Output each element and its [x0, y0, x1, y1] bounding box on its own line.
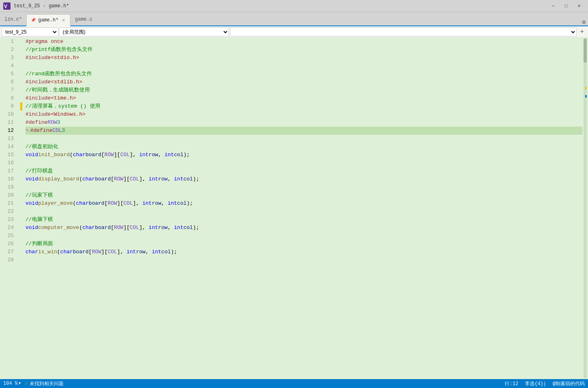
zoom-dropdown-icon[interactable]: ▼ — [19, 382, 21, 386]
toolbar: test_9_25 (全局范围) + — [0, 26, 588, 38]
code-line-13[interactable] — [25, 135, 582, 143]
status-bar: 104 % ▼ ✔ 未找到相关问题 行:12 李选{4}| @制素蒻的代码 — [0, 379, 588, 388]
status-ok: ✔ 未找到相关问题 — [25, 380, 64, 387]
line-number-3: 3 — [0, 54, 17, 62]
line-number-1: 1 — [0, 38, 17, 46]
code-line-22[interactable] — [25, 208, 582, 216]
line-number-6: 6 — [0, 78, 17, 86]
line-number-14: 14 — [0, 143, 17, 151]
code-line-27[interactable]: char is_win(char board[ROW][COL], int ro… — [25, 248, 582, 256]
edit-indicator: ✎ — [25, 127, 29, 135]
code-line-23[interactable]: //电脑下棋 — [25, 216, 582, 224]
close-button[interactable]: ✕ — [573, 2, 585, 11]
vertical-scrollbar[interactable] — [582, 38, 588, 379]
line-number-25: 25 — [0, 232, 17, 240]
line-number-15: 15 — [0, 151, 17, 159]
scope-selector[interactable]: (全局范围) — [59, 28, 229, 36]
tab-pin-icon: 📌 — [31, 18, 36, 23]
tab-lzn[interactable]: lzn.c* — [0, 13, 26, 25]
tab-settings-icon[interactable]: ⚙ — [580, 19, 588, 25]
code-line-11[interactable]: #define ROW 3 — [25, 119, 582, 127]
code-line-18[interactable]: void display_board(char board[ROW][COL],… — [25, 175, 582, 183]
line-number-12: 12 — [0, 127, 17, 135]
code-line-25[interactable] — [25, 232, 582, 240]
line-number-2: 2 — [0, 46, 17, 54]
line-number-23: 23 — [0, 216, 17, 224]
code-line-10[interactable]: #include<Windows.h> — [25, 110, 582, 119]
line-number-8: 8 — [0, 94, 17, 102]
code-line-17[interactable]: //打印棋盘 — [25, 167, 582, 175]
line-number-13: 13 — [0, 135, 17, 143]
add-tab-button[interactable]: + — [577, 28, 586, 36]
code-line-6[interactable]: #include<stdlib.h> — [25, 78, 582, 86]
tab-label: game.h* — [38, 17, 58, 23]
line-number-19: 19 — [0, 183, 17, 191]
code-line-8[interactable]: #include<time.h> — [25, 94, 582, 102]
code-line-26[interactable]: //判断局面 — [25, 240, 582, 248]
tab-gamec[interactable]: game.c — [70, 13, 97, 25]
line-ending: @制素蒻的代码 — [553, 380, 585, 387]
status-message: 未找到相关问题 — [30, 380, 64, 387]
svg-text:V: V — [4, 4, 7, 9]
line-number-22: 22 — [0, 208, 17, 216]
code-line-7[interactable]: //时间戳，生成随机数使用 — [25, 86, 582, 94]
code-line-24[interactable]: void computer_move(char board[ROW][COL],… — [25, 224, 582, 232]
code-line-3[interactable]: #include<stdio.h> — [25, 54, 582, 62]
line-number-20: 20 — [0, 191, 17, 199]
code-line-14[interactable]: //棋盘初始化 — [25, 143, 582, 151]
line-number-11: 11 — [0, 119, 17, 127]
code-line-4[interactable] — [25, 62, 582, 70]
zoom-value: 104 % — [3, 381, 18, 386]
line-number-24: 24 — [0, 224, 17, 232]
tab-close-button[interactable]: ✕ — [61, 17, 66, 23]
encoding: 李选{4}| — [525, 380, 546, 387]
editor-container: 1234567891011121314151617181920212223242… — [0, 38, 588, 379]
tab-bar: lzn.c* 📌 game.h* ✕ game.c ⚙ — [0, 12, 588, 26]
line-number-4: 4 — [0, 62, 17, 70]
cursor-position: 行:12 — [505, 380, 518, 387]
tab-label: lzn.c* — [4, 17, 22, 22]
line-number-27: 27 — [0, 248, 17, 256]
line-number-16: 16 — [0, 159, 17, 167]
line-number-9: 9 — [0, 102, 17, 110]
maximize-button[interactable]: □ — [560, 2, 572, 11]
scroll-mark-yellow — [585, 87, 587, 89]
code-line-12[interactable]: ✎#define COL 3 — [25, 127, 582, 135]
line-number-18: 18 — [0, 175, 17, 183]
line-number-7: 7 — [0, 86, 17, 94]
line-number-10: 10 — [0, 110, 17, 119]
code-line-2[interactable]: //printf函数所包含头文件 — [25, 46, 582, 54]
line-number-28: 28 — [0, 256, 17, 264]
code-line-28[interactable] — [25, 256, 582, 264]
line-numbers: 1234567891011121314151617181920212223242… — [0, 38, 20, 379]
scrollbar-thumb[interactable] — [584, 38, 587, 63]
line-number-26: 26 — [0, 240, 17, 248]
project-selector[interactable]: test_9_25 — [2, 28, 58, 36]
line-number-21: 21 — [0, 199, 17, 208]
code-line-19[interactable] — [25, 183, 582, 191]
code-line-15[interactable]: void init_board(char board[ROW][COL], in… — [25, 151, 582, 159]
tab-label: game.c — [75, 17, 92, 22]
window-controls: ─ □ ✕ — [548, 2, 585, 11]
scrollbar-track[interactable] — [584, 38, 587, 378]
status-left: 104 % ▼ ✔ 未找到相关问题 — [3, 380, 64, 387]
code-line-1[interactable]: #pragma once — [25, 38, 582, 46]
line-number-5: 5 — [0, 70, 17, 78]
code-editor[interactable]: #pragma once//printf函数所包含头文件#include<std… — [22, 38, 582, 379]
status-right: 行:12 李选{4}| @制素蒻的代码 — [505, 380, 585, 387]
zoom-control[interactable]: 104 % ▼ — [3, 381, 21, 386]
symbol-selector[interactable] — [230, 28, 577, 36]
code-line-20[interactable]: //玩家下棋 — [25, 191, 582, 199]
code-line-9[interactable]: //清理屏幕，system () 使用 — [25, 102, 582, 110]
scroll-mark-blue — [585, 95, 587, 98]
ok-icon: ✔ — [25, 380, 28, 387]
minimize-button[interactable]: ─ — [548, 2, 559, 11]
code-line-5[interactable]: //rand函数所包含的头文件 — [25, 70, 582, 78]
title-bar: V test_9_25 - game.h* ─ □ ✕ — [0, 0, 588, 12]
code-line-16[interactable] — [25, 159, 582, 167]
code-line-21[interactable]: void player_move(char board[ROW][COL], i… — [25, 199, 582, 208]
tab-gameh[interactable]: 📌 game.h* ✕ — [26, 14, 70, 26]
vs-icon: V — [3, 2, 11, 10]
window-title: test_9_25 - game.h* — [14, 3, 69, 9]
line-number-17: 17 — [0, 167, 17, 175]
